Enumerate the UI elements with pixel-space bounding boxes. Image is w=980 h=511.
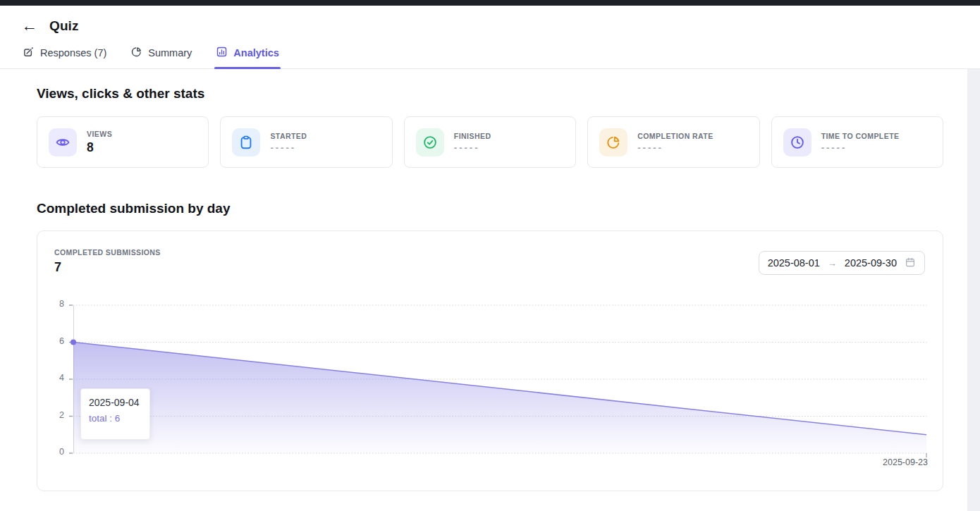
- stats-cards-row: VIEWS 8 STARTED -----: [37, 116, 943, 168]
- stat-value: 8: [87, 140, 112, 155]
- clock-icon: [783, 128, 811, 156]
- date-range-start[interactable]: 2025-08-01: [768, 257, 820, 269]
- stat-label: VIEWS: [87, 130, 112, 138]
- stat-label: TIME TO COMPLETE: [821, 132, 900, 140]
- date-range-end[interactable]: 2025-09-30: [845, 257, 897, 269]
- chart-metric: COMPLETED SUBMISSIONS 7: [54, 248, 161, 275]
- tab-analytics[interactable]: Analytics: [214, 37, 280, 68]
- y-axis-tick-label: 6: [42, 336, 64, 346]
- y-axis-tick-label: 0: [42, 447, 64, 457]
- stat-card-time-to-complete: TIME TO COMPLETE -----: [771, 116, 943, 168]
- window-top-bar: [0, 0, 980, 6]
- scrollbar-track[interactable]: [967, 69, 980, 511]
- stat-card-started: STARTED -----: [220, 116, 392, 168]
- tab-bar: Responses (7) Summary Analytics: [0, 37, 980, 69]
- eye-icon: [49, 128, 77, 156]
- bar-chart-icon: [216, 46, 228, 60]
- y-axis-tick-label: 8: [42, 299, 64, 309]
- tab-summary-label: Summary: [148, 47, 192, 59]
- tab-summary[interactable]: Summary: [129, 37, 193, 68]
- page-title: Quiz: [49, 18, 79, 34]
- tab-analytics-label: Analytics: [233, 47, 278, 59]
- tooltip-date: 2025-09-04: [89, 397, 142, 408]
- chart-section-heading: Completed submission by day: [37, 201, 943, 216]
- stat-card-views: VIEWS 8: [37, 116, 209, 168]
- main-area: Views, clicks & other stats VIEWS 8: [0, 69, 980, 511]
- page-header: ← Quiz: [0, 6, 980, 37]
- arrow-right-icon: →: [828, 258, 837, 269]
- chart-card: COMPLETED SUBMISSIONS 7 2025-08-01 → 202…: [37, 230, 943, 491]
- x-axis-tick-label: 2025-09-23: [883, 457, 928, 467]
- stat-label: COMPLETION RATE: [637, 132, 713, 140]
- chart-metric-label: COMPLETED SUBMISSIONS: [54, 248, 161, 257]
- tab-responses-label: Responses (7): [40, 47, 106, 59]
- stats-section-heading: Views, clicks & other stats: [37, 69, 943, 101]
- pie-chart-icon: [130, 46, 142, 60]
- stat-value: -----: [270, 142, 307, 153]
- tooltip-total: total : 6: [89, 413, 142, 424]
- y-axis-tick-label: 2: [42, 410, 64, 420]
- check-circle-icon: [416, 128, 444, 156]
- stat-label: STARTED: [270, 132, 307, 140]
- clipboard-icon: [232, 128, 260, 156]
- y-axis-tick-label: 4: [42, 373, 64, 383]
- stat-value: -----: [637, 142, 713, 153]
- chart-tooltip: 2025-09-04 total : 6: [80, 388, 150, 440]
- stat-value: -----: [821, 142, 900, 153]
- chart-svg: [73, 305, 926, 453]
- chart-metric-value: 7: [54, 260, 161, 275]
- responses-icon: [23, 46, 35, 60]
- pie-chart-icon: [599, 128, 627, 156]
- date-range-picker[interactable]: 2025-08-01 → 2025-09-30: [759, 251, 925, 275]
- back-button[interactable]: ←: [21, 18, 37, 34]
- stat-card-finished: FINISHED -----: [404, 116, 576, 168]
- stat-label: FINISHED: [454, 132, 491, 140]
- stat-card-completion-rate: COMPLETION RATE -----: [587, 116, 759, 168]
- plot-area[interactable]: 2025-09-04 total : 6 2025-09-23 02468: [73, 305, 926, 453]
- calendar-icon: [905, 257, 916, 270]
- stat-value: -----: [454, 142, 491, 153]
- tab-responses[interactable]: Responses (7): [21, 37, 108, 68]
